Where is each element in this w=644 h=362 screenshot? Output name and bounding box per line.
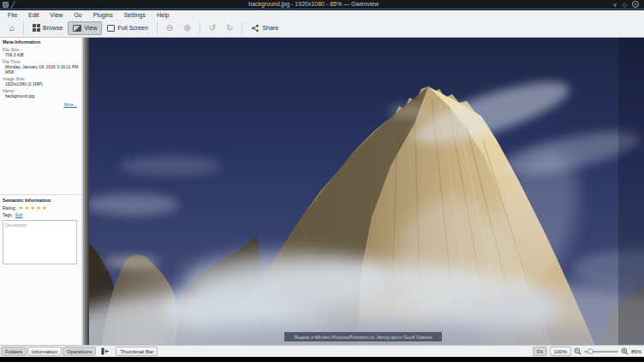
share-label: Share: [262, 25, 278, 31]
app-icon: [3, 2, 9, 8]
menu-edit[interactable]: Edit: [28, 12, 39, 18]
description-input[interactable]: [3, 220, 77, 264]
slider-zoom-in-icon[interactable]: [621, 347, 629, 355]
image-view-icon: [73, 25, 81, 32]
browse-button[interactable]: Browse: [27, 21, 68, 35]
zoom-slider[interactable]: [584, 347, 618, 355]
rotate-left-button[interactable]: ↺: [204, 21, 221, 35]
meta-information-title: Meta Information: [3, 39, 79, 45]
menu-view[interactable]: View: [50, 12, 63, 18]
titlebar: ╱ background.jpg - 1920x1080 - 85% — Gwe…: [0, 0, 644, 9]
home-icon: ⌂: [9, 24, 15, 33]
main-area: Meta Information File Size: 706.3 KiB Fi…: [0, 38, 644, 345]
share-icon: [251, 24, 259, 33]
tab-information[interactable]: Information: [27, 347, 62, 356]
rotate-right-button[interactable]: ↻: [221, 21, 238, 35]
menu-file[interactable]: File: [8, 12, 17, 18]
file-time-value: Monday, January 18, 2016 3:16:11 PM MSK: [3, 64, 79, 74]
semantic-information-section: Semantic Information Rating: ★★★★★ Tags:…: [0, 194, 81, 268]
maximize-button[interactable]: ◇: [623, 1, 627, 9]
tab-operations[interactable]: Operations: [63, 347, 96, 356]
menu-settings[interactable]: Settings: [124, 12, 146, 18]
image-viewer[interactable]: Яндекс и Minden Pictures/Fotodom.ru. Авт…: [89, 38, 644, 345]
slider-zoom-out-icon[interactable]: [574, 347, 581, 355]
fullscreen-icon: [107, 25, 115, 32]
meta-information-section: Meta Information File Size: 706.3 KiB Fi…: [0, 39, 81, 107]
home-button[interactable]: ⌂: [4, 21, 20, 35]
toolbar-separator: [157, 22, 158, 34]
zoom-slider-handle[interactable]: [587, 348, 593, 354]
zoom-in-icon: ⊕: [183, 24, 190, 33]
menu-plugins[interactable]: Plugins: [93, 12, 113, 18]
zoom-percentage: 85%: [631, 349, 641, 354]
rating-label: Rating:: [3, 205, 16, 211]
tags-label: Tags:: [3, 212, 13, 217]
share-button[interactable]: Share: [246, 21, 283, 35]
browse-grid-icon: [33, 24, 40, 32]
window-controls: ∨ ◇ ×: [612, 1, 644, 9]
view-label: View: [84, 25, 97, 31]
browse-label: Browse: [43, 25, 63, 31]
minimize-button[interactable]: ∨: [612, 1, 617, 9]
zoom-out-button[interactable]: ⊖: [161, 21, 178, 35]
fullscreen-label: Full Screen: [117, 25, 147, 31]
sidebar-toggle-button[interactable]: [99, 347, 111, 355]
statusbar-left: Folders Information Operations Thumbnail…: [0, 347, 158, 356]
bottom-black-strip: [0, 357, 644, 362]
toolbar: ⌂ Browse View Full Screen ⊖ ⊕ ↺ ↻: [0, 19, 644, 38]
tags-edit-link[interactable]: Edit: [15, 212, 23, 217]
menu-go[interactable]: Go: [74, 12, 81, 18]
mountain-photo: Яндекс и Minden Pictures/Fotodom.ru. Авт…: [89, 38, 644, 345]
menu-help[interactable]: Help: [157, 12, 169, 18]
statusbar-right: Fit 100% 85%: [533, 347, 644, 356]
rating-row: Rating: ★★★★★: [3, 205, 79, 211]
gwenview-window: ╱ background.jpg - 1920x1080 - 85% — Gwe…: [0, 0, 644, 362]
view-button[interactable]: View: [68, 21, 102, 35]
photo-caption: Яндекс и Minden Pictures/Fotodom.ru. Авт…: [284, 332, 442, 341]
zoom-in-button[interactable]: ⊕: [178, 21, 195, 35]
image-caption: Яндекс и Minden Pictures/Fotodom.ru. Авт…: [294, 335, 432, 340]
information-sidebar: Meta Information File Size: 706.3 KiB Fi…: [0, 38, 81, 345]
view-background-gutter: [83, 38, 89, 345]
fullscreen-button[interactable]: Full Screen: [102, 21, 152, 35]
rotate-left-icon: ↺: [209, 24, 216, 33]
semantic-information-title: Semantic Information: [3, 198, 79, 203]
toolbar-separator: [23, 22, 24, 34]
tags-row: Tags: Edit: [3, 212, 79, 217]
titlebar-left: ╱: [0, 2, 15, 8]
close-button[interactable]: ×: [632, 1, 639, 8]
rating-stars[interactable]: ★★★★★: [19, 205, 48, 211]
zoom-out-icon: ⊖: [166, 24, 173, 33]
name-value: background.jpg: [3, 93, 79, 98]
more-link[interactable]: More...: [3, 102, 79, 107]
rotate-right-icon: ↻: [226, 24, 233, 33]
sidebar-toggle-icon: [101, 347, 110, 355]
toolbar-separator: [242, 22, 242, 34]
zoom-100-button[interactable]: 100%: [550, 347, 571, 356]
toolbar-separator: [200, 22, 200, 34]
tab-folders[interactable]: Folders: [1, 347, 27, 356]
statusbar: Folders Information Operations Thumbnail…: [0, 345, 644, 357]
file-size-value: 706.3 KiB: [3, 52, 79, 57]
zoom-fit-button[interactable]: Fit: [533, 347, 547, 356]
menubar: File Edit View Go Plugins Settings Help: [0, 10, 644, 19]
image-size-value: 1920x1080 (2.1MP): [3, 81, 79, 86]
thumbnail-bar-button[interactable]: Thumbnail Bar: [116, 347, 158, 356]
window-title: background.jpg - 1920x1080 - 85% — Gwenv…: [15, 0, 612, 9]
